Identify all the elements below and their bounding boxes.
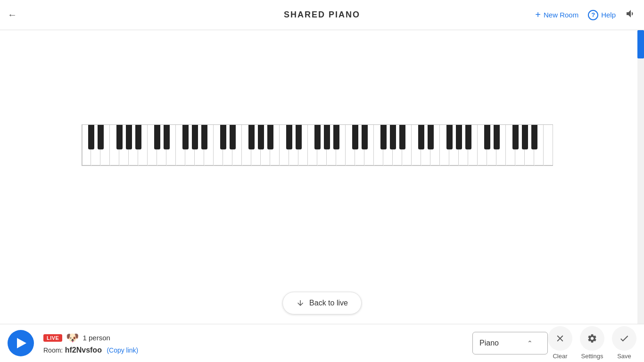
- person-count: 1 person: [83, 334, 110, 342]
- black-key[interactable]: [296, 125, 302, 149]
- black-key[interactable]: [248, 125, 255, 149]
- piano-area: [0, 124, 635, 166]
- copy-link-button[interactable]: (Copy link): [107, 346, 138, 354]
- black-key[interactable]: [314, 125, 321, 149]
- live-row: LIVE 🐶 1 person: [43, 332, 463, 344]
- user-avatar: 🐶: [66, 332, 79, 344]
- black-key[interactable]: [352, 125, 358, 149]
- back-to-live-button[interactable]: Back to live: [282, 292, 362, 314]
- play-icon: [17, 338, 26, 348]
- black-key[interactable]: [380, 125, 387, 149]
- check-icon: [619, 333, 629, 344]
- app-title: SHARED PIANO: [284, 10, 360, 19]
- header-right: + New Room ? Help: [535, 8, 636, 22]
- live-badge: LIVE: [43, 334, 62, 342]
- instrument-selector[interactable]: Piano ⌃: [472, 332, 548, 354]
- back-button[interactable]: ←: [8, 9, 17, 20]
- black-key[interactable]: [192, 125, 198, 149]
- save-label: Save: [617, 353, 631, 360]
- new-room-button[interactable]: + New Room: [535, 9, 578, 20]
- black-key[interactable]: [267, 125, 273, 149]
- black-key[interactable]: [390, 125, 396, 149]
- clear-icon-circle: [548, 326, 572, 351]
- black-key[interactable]: [116, 125, 123, 149]
- black-key[interactable]: [135, 125, 141, 149]
- black-key[interactable]: [494, 125, 500, 149]
- settings-label: Settings: [581, 353, 603, 360]
- piano-keyboard[interactable]: [82, 124, 553, 166]
- black-key[interactable]: [362, 125, 368, 149]
- x-icon: [555, 333, 565, 344]
- room-code: hf2Nvsfoo: [65, 346, 102, 354]
- black-key[interactable]: [182, 125, 189, 149]
- black-key[interactable]: [418, 125, 424, 149]
- header-left: ←: [8, 9, 17, 20]
- plus-icon: +: [535, 9, 541, 20]
- settings-icon-circle: [580, 326, 604, 351]
- room-code-row: Room: hf2Nvsfoo (Copy link): [43, 346, 463, 354]
- help-circle-icon: ?: [588, 10, 598, 20]
- help-label: Help: [601, 11, 616, 19]
- clear-label: Clear: [553, 353, 567, 360]
- app-header: ← SHARED PIANO + New Room ? Help: [0, 0, 644, 30]
- gear-icon: [587, 333, 597, 344]
- header-center: SHARED PIANO: [284, 10, 360, 20]
- black-key[interactable]: [428, 125, 434, 149]
- room-info: LIVE 🐶 1 person Room: hf2Nvsfoo (Copy li…: [43, 332, 463, 354]
- black-key[interactable]: [484, 125, 490, 149]
- play-button[interactable]: [8, 330, 34, 356]
- black-key[interactable]: [399, 125, 405, 149]
- back-to-live-label: Back to live: [309, 299, 348, 307]
- black-key[interactable]: [98, 125, 104, 149]
- action-buttons: Clear Settings Save: [548, 326, 636, 360]
- black-key[interactable]: [154, 125, 160, 149]
- black-key[interactable]: [333, 125, 339, 149]
- black-key[interactable]: [522, 125, 528, 149]
- black-key[interactable]: [286, 125, 292, 149]
- scrollbar-thumb: [637, 30, 644, 58]
- save-icon-circle: [612, 326, 636, 351]
- save-button[interactable]: Save: [612, 326, 636, 360]
- black-key[interactable]: [88, 125, 94, 149]
- black-key[interactable]: [512, 125, 519, 149]
- black-key[interactable]: [465, 125, 471, 149]
- black-key[interactable]: [446, 125, 453, 149]
- black-key[interactable]: [164, 125, 170, 149]
- black-key[interactable]: [324, 125, 330, 149]
- black-key[interactable]: [531, 125, 537, 149]
- white-key[interactable]: [544, 125, 553, 165]
- right-scrollbar[interactable]: [637, 30, 644, 331]
- new-room-label: New Room: [544, 11, 578, 19]
- chevron-up-icon: ⌃: [527, 339, 533, 347]
- room-label: Room:: [43, 346, 63, 354]
- volume-button[interactable]: [625, 8, 636, 22]
- settings-button[interactable]: Settings: [580, 326, 604, 360]
- black-key[interactable]: [230, 125, 236, 149]
- black-key[interactable]: [258, 125, 264, 149]
- black-key[interactable]: [456, 125, 462, 149]
- clear-button[interactable]: Clear: [548, 326, 572, 360]
- bottom-bar: LIVE 🐶 1 person Room: hf2Nvsfoo (Copy li…: [0, 324, 644, 362]
- main-content: Back to live LIVE 🐶 1 person Room: hf2Nv…: [0, 30, 644, 362]
- help-button[interactable]: ? Help: [588, 10, 616, 20]
- black-key[interactable]: [201, 125, 207, 149]
- black-key[interactable]: [126, 125, 132, 149]
- black-key[interactable]: [220, 125, 226, 149]
- instrument-name: Piano: [479, 339, 499, 347]
- arrow-down-icon: [296, 299, 305, 307]
